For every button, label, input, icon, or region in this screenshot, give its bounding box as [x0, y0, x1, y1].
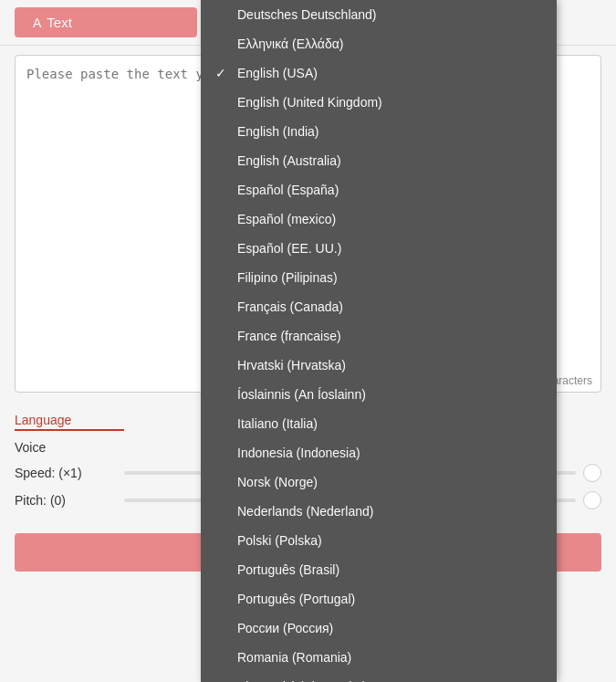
- dropdown-item-polski[interactable]: Polski (Polska): [201, 526, 557, 555]
- dropdown-item-slovensku[interactable]: Slovenský (Slovensko): [201, 672, 557, 682]
- dropdown-item-nederlands[interactable]: Nederlands (Nederland): [201, 497, 557, 526]
- check-mark-english-usa: ✓: [215, 66, 230, 80]
- dropdown-item-english-australia[interactable]: English (Australia): [201, 146, 557, 175]
- page-background: A Text characters Language Voice Speed: …: [0, 0, 616, 682]
- text-button[interactable]: A Text: [15, 7, 197, 37]
- item-label-norsk: Norsk (Norge): [237, 475, 542, 489]
- item-label-polski: Polski (Polska): [237, 533, 542, 548]
- dropdown-item-norsk[interactable]: Norsk (Norge): [201, 467, 557, 497]
- dropdown-item-france-francaise[interactable]: France (francaise): [201, 321, 557, 351]
- item-label-italiano: Italiano (Italia): [237, 416, 542, 431]
- dropdown-item-portugues-brasil[interactable]: Português (Brasil): [201, 555, 557, 584]
- dropdown-item-portugues-portugal[interactable]: Português (Portugal): [201, 584, 557, 614]
- dropdown-item-espanol-espana[interactable]: Español (España): [201, 175, 557, 205]
- item-label-espanol-eeuu: Español (EE. UU.): [237, 241, 542, 256]
- dropdown-item-deutsches-deutschland[interactable]: Deutsches Deutschland): [201, 0, 557, 29]
- dropdown-item-ioslainnis[interactable]: Íoslainnis (An Íoslainn): [201, 380, 557, 409]
- text-button-label: Text: [47, 15, 72, 30]
- voice-label: Voice: [15, 440, 124, 455]
- item-label-portugues-brasil: Português (Brasil): [237, 562, 542, 577]
- item-label-france-francaise: France (francaise): [237, 329, 542, 343]
- dropdown-item-italiano[interactable]: Italiano (Italia): [201, 409, 557, 438]
- pitch-label: Pitch: (0): [15, 493, 124, 508]
- item-label-romania: Romania (Romania): [237, 650, 542, 665]
- item-label-francais-canada: Français (Canada): [237, 299, 542, 314]
- item-label-english-india: English (India): [237, 124, 542, 139]
- dropdown-item-espanol-eeuu[interactable]: Español (EE. UU.): [201, 234, 557, 263]
- dropdown-item-hrvatski[interactable]: Hrvatski (Hrvatska): [201, 351, 557, 380]
- speed-label: Speed: (×1): [15, 466, 124, 480]
- item-label-english-australia: English (Australia): [237, 153, 542, 168]
- item-label-espanol-mexico: Español (mexico): [237, 212, 542, 226]
- item-label-filipino: Filipino (Pilipinas): [237, 270, 542, 285]
- item-label-ioslainnis: Íoslainnis (An Íoslainn): [237, 387, 542, 402]
- dropdown-item-francais-canada[interactable]: Français (Canada): [201, 292, 557, 321]
- language-label: Language: [15, 413, 124, 431]
- item-label-deutsches-deutschland: Deutsches Deutschland): [237, 7, 542, 22]
- dropdown-item-ellhnika[interactable]: Ελληνικά (Ελλάδα): [201, 29, 557, 58]
- item-label-nederlands: Nederlands (Nederland): [237, 504, 542, 519]
- item-label-portugues-portugal: Português (Portugal): [237, 592, 542, 606]
- item-label-ellhnika: Ελληνικά (Ελλάδα): [237, 37, 542, 51]
- item-label-english-uk: English (United Kingdom): [237, 95, 542, 110]
- dropdown-item-english-india[interactable]: English (India): [201, 117, 557, 146]
- dropdown-item-indonesia[interactable]: Indonesia (Indonesia): [201, 438, 557, 467]
- item-label-hrvatski: Hrvatski (Hrvatska): [237, 358, 542, 372]
- speed-circle-button[interactable]: [583, 464, 601, 482]
- dropdown-item-espanol-mexico[interactable]: Español (mexico): [201, 205, 557, 234]
- item-label-espanol-espana: Español (España): [237, 183, 542, 197]
- dropdown-item-english-uk[interactable]: English (United Kingdom): [201, 88, 557, 117]
- pitch-circle-button[interactable]: [583, 491, 601, 509]
- dropdown-item-romania[interactable]: Romania (Romania): [201, 643, 557, 672]
- dropdown-item-english-usa[interactable]: ✓English (USA): [201, 58, 557, 88]
- dropdown-item-filipino[interactable]: Filipino (Pilipinas): [201, 263, 557, 292]
- text-icon: A: [33, 16, 41, 30]
- language-dropdown[interactable]: Deutsches Deutschland)Ελληνικά (Ελλάδα)✓…: [201, 0, 557, 682]
- dropdown-item-rossii[interactable]: России (Россия): [201, 614, 557, 643]
- item-label-rossii: России (Россия): [237, 621, 542, 635]
- item-label-indonesia: Indonesia (Indonesia): [237, 446, 542, 460]
- item-label-english-usa: English (USA): [237, 66, 542, 80]
